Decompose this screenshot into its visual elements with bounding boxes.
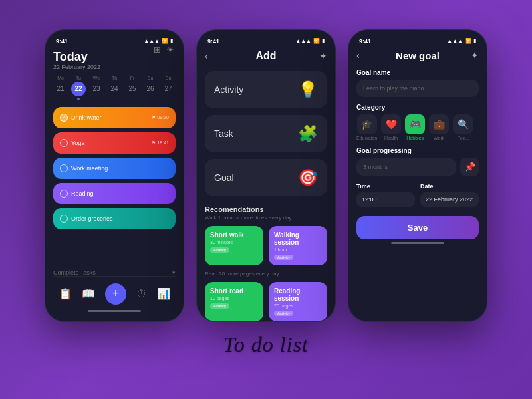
back-button-2[interactable]: ‹ [205, 51, 208, 61]
cat-focus-icon: 🔍 [453, 114, 473, 134]
task-work-meeting[interactable]: Work meeting [53, 158, 176, 179]
grid-icon[interactable]: ⊞ [154, 45, 161, 55]
save-button[interactable]: Save [356, 216, 479, 239]
cat-education[interactable]: 🎓 Education [356, 114, 377, 140]
wifi-icon-2: 🛜 [313, 38, 320, 44]
goal-header: ‹ New goal ✦ [356, 50, 479, 61]
nav-clock-icon[interactable]: ⏱ [136, 288, 147, 300]
settings-icon-3[interactable]: ✦ [471, 50, 479, 61]
cat-work[interactable]: 💼 Work [429, 114, 449, 140]
nav-book-icon[interactable]: 📖 [82, 287, 95, 300]
goal-progressing-section: Goal progressing 3 months 📌 [356, 147, 479, 176]
cat-focus[interactable]: 🔍 Foc... [453, 114, 473, 140]
time-item: Time 12:00 [356, 183, 415, 207]
time-value[interactable]: 12:00 [356, 192, 415, 207]
add-option-activity[interactable]: Activity 💡 [205, 71, 327, 108]
rec-card-walking-session[interactable]: Walking session 1 hour Activity [269, 226, 327, 265]
task-check-4 [60, 190, 68, 198]
flag-icon-1: ⚑ [152, 115, 156, 120]
date-item: Date 22 February 2022 [420, 183, 479, 207]
cat-education-icon: 🎓 [357, 114, 377, 134]
cat-hobbies[interactable]: 🎮 Hobbies [405, 114, 425, 140]
cal-day-num-we: 23 [89, 82, 104, 96]
complete-tasks-row[interactable]: Complete Tasks ▾ [53, 269, 176, 276]
sun-icon[interactable]: ☀ [166, 45, 174, 55]
task-check-5 [60, 215, 68, 223]
time-label: Time [356, 183, 415, 190]
app-title: To do list [223, 332, 309, 357]
short-walk-tag: Activity [210, 247, 229, 253]
goal-name-label: Goal name [356, 69, 479, 76]
goal-name-input[interactable]: Learn to play the piano [356, 80, 479, 97]
status-time-3: 9:41 [359, 38, 371, 45]
task-reading[interactable]: Reading [53, 183, 176, 204]
goal-progress-input[interactable]: 3 months [356, 158, 456, 176]
wifi-icon: 🛜 [162, 38, 168, 44]
task-order-groceries[interactable]: Order groceries [53, 208, 176, 229]
cal-day-name-tu: Tu [76, 76, 81, 80]
cal-day-tu[interactable]: Tu 22 [71, 76, 86, 100]
cal-dot [77, 98, 80, 100]
phone-add: 9:41 ▲▲▲ 🛜 ▮ ‹ Add ✦ Activity 💡 Task [196, 29, 336, 322]
task-list: ✓ Drink water ⚑ 09:30 Yoga ⚑ 18 [53, 107, 176, 265]
signal-icon-3: ▲▲▲ [447, 38, 463, 44]
cal-day-we[interactable]: We 23 [89, 76, 104, 100]
phone-today: 9:41 ▲▲▲ 🛜 ▮ Today 22 February 2022 ⊞ ☀ [45, 29, 184, 322]
settings-icon-2[interactable]: ✦ [319, 51, 327, 61]
nav-chart-icon[interactable]: 📊 [157, 287, 170, 300]
battery-icon-2: ▮ [322, 38, 325, 44]
rec-card-short-read[interactable]: Short read 10 pages Activity [205, 282, 263, 321]
cal-day-num-tu: 22 [71, 82, 86, 96]
date-value[interactable]: 22 February 2022 [420, 192, 479, 207]
add-title: Add [255, 50, 276, 62]
signal-icon: ▲▲▲ [144, 38, 160, 44]
reading-session-tag: Activity [274, 311, 293, 316]
battery-icon-3: ▮ [473, 38, 476, 44]
back-button-3[interactable]: ‹ [356, 50, 360, 61]
header-icons: ⊞ ☀ [154, 45, 174, 55]
task-check-1: ✓ [60, 114, 68, 122]
pin-icon[interactable]: 📌 [460, 158, 479, 176]
activity-label: Activity [214, 84, 243, 95]
walking-session-title: Walking session [274, 231, 322, 246]
task-meta-2: ⚑ 18:41 [152, 140, 169, 146]
cat-health[interactable]: ❤️ Health [381, 114, 401, 140]
walking-session-tag: Activity [274, 255, 293, 260]
goal-progress-row: 3 months 📌 [356, 158, 479, 176]
phone-new-goal: 9:41 ▲▲▲ 🛜 ▮ ‹ New goal ✦ Goal name Lear… [348, 29, 487, 322]
task-meta-1: ⚑ 09:30 [152, 115, 169, 120]
short-read-title: Short read [210, 287, 258, 295]
cal-day-th[interactable]: Th 24 [107, 76, 122, 100]
nav-clipboard-icon[interactable]: 📋 [59, 287, 72, 300]
rec-subtitle-2: Read 20 more pages every day [205, 271, 327, 277]
rec-card-reading-session[interactable]: Reading session 70 pages Activity [269, 282, 327, 321]
cat-hobbies-label: Hobbies [406, 136, 424, 140]
rec-cards-row1: Short walk 30 minutes Activity Walking s… [205, 226, 327, 265]
task-label: Task [214, 128, 233, 139]
date-label: Date [420, 183, 479, 190]
cal-day-sa[interactable]: Sa 26 [143, 76, 158, 100]
task-check-3 [60, 164, 68, 172]
cal-day-mo[interactable]: Mo 21 [53, 76, 68, 100]
cat-work-icon: 💼 [429, 114, 449, 134]
cal-day-su[interactable]: Su 27 [161, 76, 176, 100]
goal-label: Goal [214, 172, 234, 183]
task-icon: 🧩 [298, 124, 318, 143]
rec-card-short-walk[interactable]: Short walk 30 minutes Activity [205, 226, 263, 265]
task-drink-water[interactable]: ✓ Drink water ⚑ 09:30 [53, 107, 176, 128]
category-section: Category 🎓 Education ❤️ Health 🎮 Hobbies [356, 104, 479, 140]
cat-work-label: Work [434, 136, 444, 140]
reading-session-sub: 70 pages [274, 303, 322, 308]
cal-day-name-we: We [93, 76, 100, 80]
reading-session-title: Reading session [274, 287, 322, 302]
task-yoga[interactable]: Yoga ⚑ 18:41 [53, 132, 176, 154]
add-option-goal[interactable]: Goal 🎯 [205, 159, 327, 196]
category-label: Category [356, 104, 479, 111]
cal-day-fr[interactable]: Fr 25 [125, 76, 140, 100]
rec-title: Recomendations [205, 205, 327, 213]
add-option-task[interactable]: Task 🧩 [205, 115, 327, 152]
status-icons-2: ▲▲▲ 🛜 ▮ [295, 38, 325, 44]
status-icons-3: ▲▲▲ 🛜 ▮ [447, 38, 476, 44]
nav-add-button[interactable]: + [105, 283, 126, 305]
cat-focus-label: Foc... [457, 136, 469, 140]
